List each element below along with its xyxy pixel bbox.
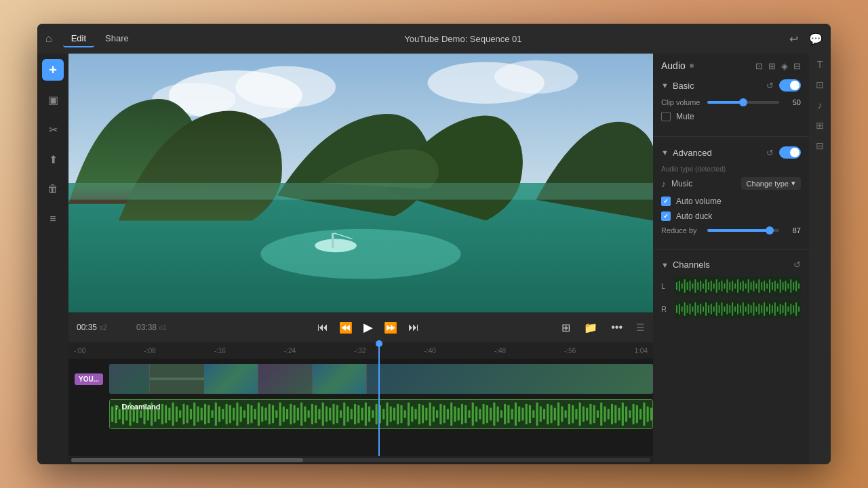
- svg-rect-65: [294, 405, 296, 424]
- channels-reset-icon[interactable]: ↺: [793, 260, 801, 270]
- mute-checkbox[interactable]: [661, 112, 671, 121]
- more-options-icon[interactable]: •••: [608, 319, 625, 336]
- svg-rect-90: [382, 409, 384, 419]
- current-time: 00:35 o2: [77, 323, 131, 332]
- timeline-ruler: -:00 -:08 -:16 -:24 -:32 -:40 -:48 -:56 …: [68, 342, 653, 359]
- chevron-down-icon: ▾: [791, 179, 795, 188]
- clip-volume-thumb[interactable]: [739, 98, 747, 106]
- svg-rect-222: [694, 302, 696, 316]
- timeline-options-icon[interactable]: ☰: [636, 322, 645, 333]
- svg-rect-169: [682, 283, 683, 289]
- svg-rect-248: [764, 302, 765, 316]
- clip-volume-slider[interactable]: [707, 101, 779, 104]
- svg-rect-121: [493, 403, 495, 426]
- reduce-by-thumb[interactable]: [766, 226, 774, 235]
- svg-rect-231: [719, 305, 720, 313]
- image-icon[interactable]: ⊡: [816, 79, 824, 90]
- svg-rect-68: [304, 407, 306, 422]
- panel-dot: [690, 64, 694, 68]
- thumb-2: [150, 364, 204, 394]
- svg-rect-115: [472, 403, 474, 426]
- channel-r-label: R: [661, 305, 669, 313]
- svg-rect-38: [197, 407, 199, 422]
- svg-rect-234: [726, 304, 728, 314]
- audio-icon[interactable]: ♪: [818, 100, 823, 110]
- basic-section: ▼ Basic ↺ Clip volume: [653, 75, 809, 131]
- panel-compare-icon[interactable]: ⊞: [768, 61, 776, 71]
- comment-icon[interactable]: 💬: [809, 33, 823, 45]
- svg-rect-226: [705, 302, 707, 316]
- svg-rect-75: [329, 407, 331, 420]
- undo-icon[interactable]: ↩: [789, 33, 798, 45]
- svg-rect-44: [218, 407, 220, 422]
- advanced-toggle[interactable]: [779, 146, 801, 159]
- tab-share[interactable]: Share: [97, 30, 137, 47]
- step-forward-button[interactable]: ⏩: [381, 319, 400, 337]
- svg-rect-167: [676, 282, 677, 290]
- video-track: [109, 364, 653, 394]
- svg-rect-110: [454, 407, 456, 422]
- audio-track-content[interactable]: ♪ Dreamland // Generate waveform bars: [109, 399, 653, 429]
- svg-rect-74: [326, 407, 328, 422]
- auto-volume-checkbox[interactable]: [661, 197, 671, 206]
- svg-rect-199: [761, 282, 762, 290]
- list-icon[interactable]: ≡: [42, 208, 64, 230]
- svg-rect-96: [404, 410, 406, 418]
- channels-section-title: Channels: [673, 260, 710, 270]
- svg-rect-174: [694, 279, 696, 293]
- svg-rect-73: [322, 403, 324, 426]
- add-button[interactable]: +: [42, 59, 64, 81]
- channels-toggle-icon[interactable]: ▼: [661, 261, 669, 269]
- panel-transform-icon[interactable]: ⊟: [793, 61, 801, 71]
- svg-rect-237: [734, 306, 736, 312]
- scrollbar-track: [71, 458, 650, 462]
- play-button[interactable]: ▶: [361, 317, 376, 338]
- change-type-button[interactable]: Change type ▾: [741, 177, 801, 190]
- step-back-button[interactable]: ⏪: [336, 319, 355, 337]
- grid-icon[interactable]: ⊞: [816, 120, 824, 131]
- svg-rect-107: [443, 405, 446, 424]
- tab-edit[interactable]: Edit: [63, 30, 94, 47]
- basic-toggle-icon[interactable]: ▼: [661, 81, 669, 89]
- svg-rect-253: [777, 306, 778, 312]
- text-icon[interactable]: T: [817, 59, 823, 70]
- reduce-by-slider[interactable]: [707, 229, 779, 232]
- basic-toggle[interactable]: [779, 79, 801, 92]
- export-icon[interactable]: ⬆: [42, 148, 64, 170]
- svg-rect-80: [347, 407, 349, 422]
- svg-rect-247: [761, 305, 762, 313]
- svg-rect-170: [684, 279, 686, 293]
- svg-rect-101: [422, 405, 424, 424]
- svg-rect-12: [150, 378, 204, 380]
- svg-rect-47: [229, 405, 231, 424]
- cut-icon[interactable]: ✂: [42, 119, 64, 140]
- home-icon[interactable]: ⌂: [45, 33, 52, 45]
- svg-rect-112: [461, 404, 463, 425]
- video-track-content[interactable]: [109, 364, 653, 394]
- svg-rect-215: [676, 305, 677, 313]
- page-title: YouTube Demo: Sequence 01: [137, 34, 789, 44]
- folder-icon[interactable]: 📁: [581, 319, 600, 337]
- media-icon[interactable]: ▣: [42, 89, 64, 110]
- svg-rect-42: [211, 410, 213, 418]
- svg-rect-185: [724, 283, 725, 289]
- fullscreen-icon[interactable]: ⊞: [559, 319, 573, 337]
- transform2-icon[interactable]: ⊟: [816, 140, 824, 151]
- svg-rect-34: [182, 404, 184, 425]
- basic-reset-icon[interactable]: ↺: [766, 81, 774, 91]
- svg-rect-150: [597, 410, 599, 418]
- skip-forward-button[interactable]: ⏭: [406, 319, 422, 336]
- delete-icon[interactable]: 🗑: [42, 178, 64, 200]
- scrollbar-thumb[interactable]: [71, 458, 303, 462]
- panel-color-icon[interactable]: ◈: [781, 61, 788, 71]
- svg-rect-116: [475, 407, 477, 422]
- timeline-scrollbar[interactable]: [68, 456, 653, 464]
- svg-rect-235: [729, 305, 730, 313]
- panel-crop-icon[interactable]: ⊡: [755, 61, 763, 71]
- advanced-section-controls: ↺: [766, 146, 801, 159]
- advanced-toggle-icon[interactable]: ▼: [661, 148, 669, 157]
- advanced-reset-icon[interactable]: ↺: [766, 148, 774, 158]
- divider-1: [653, 136, 809, 137]
- auto-duck-checkbox[interactable]: [661, 211, 671, 221]
- skip-back-button[interactable]: ⏮: [315, 319, 331, 336]
